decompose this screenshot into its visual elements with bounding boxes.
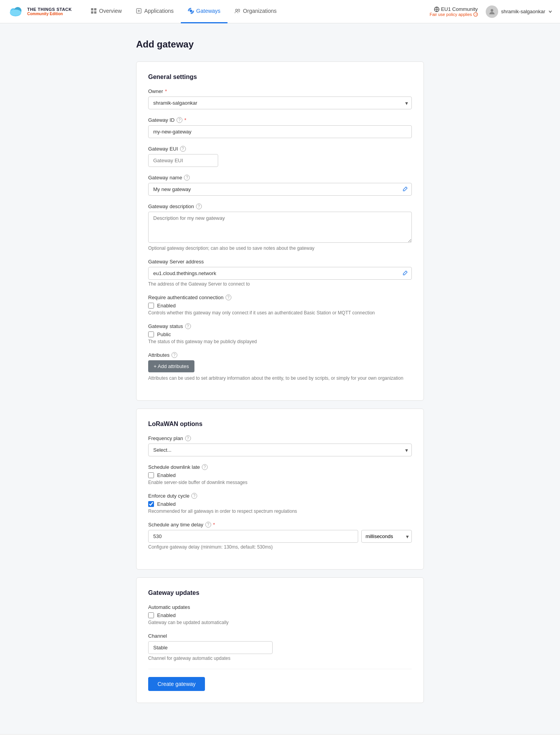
create-gateway-button[interactable]: Create gateway (148, 677, 205, 691)
svg-point-9 (190, 10, 192, 12)
avatar (486, 5, 498, 18)
brand-icon (8, 4, 23, 19)
attributes-info-icon[interactable]: ? (172, 352, 177, 358)
gateway-eui-info-icon[interactable]: ? (180, 146, 186, 152)
nav-applications-label: Applications (144, 8, 174, 14)
gateway-id-info-icon[interactable]: ? (177, 117, 182, 123)
nav-overview-label: Overview (99, 8, 122, 14)
gateway-description-info-icon[interactable]: ? (196, 203, 202, 209)
user-icon (488, 8, 496, 16)
owner-label: Owner * (148, 88, 412, 94)
nav-organizations-label: Organizations (243, 8, 276, 14)
schedule-delay-input[interactable] (148, 530, 358, 543)
gateway-eui-input[interactable] (148, 154, 218, 167)
svg-point-10 (235, 9, 237, 11)
schedule-delay-unit-select[interactable]: milliseconds seconds (361, 530, 412, 543)
svg-point-11 (238, 9, 240, 11)
general-settings-title: General settings (148, 74, 412, 81)
owner-required: * (165, 88, 167, 94)
schedule-downlink-field: Schedule downlink late ? Enabled Enable … (148, 464, 412, 485)
schedule-delay-info-icon[interactable]: ? (205, 522, 211, 528)
username: shramik-salgaonkar (501, 9, 545, 14)
gateway-name-wrapper (148, 183, 412, 196)
frequency-plan-info-icon[interactable]: ? (185, 435, 191, 441)
organizations-icon (234, 8, 241, 14)
automatic-updates-hint: Gateway can be updated automatically (148, 620, 412, 625)
add-attributes-button[interactable]: + Add attributes (148, 360, 194, 372)
enforce-duty-cycle-checkbox-label: Enabled (157, 501, 176, 507)
fair-use-label[interactable]: Fair use policy applies ? (430, 12, 478, 17)
attributes-hint: Attributes can be used to set arbitrary … (148, 375, 412, 381)
automatic-updates-checkbox[interactable] (148, 612, 154, 618)
nav-right: EU1 Community Fair use policy applies ? … (430, 5, 552, 18)
gateway-name-info-icon[interactable]: ? (184, 175, 190, 181)
gateway-name-label: Gateway name ? (148, 175, 412, 181)
automatic-updates-checkbox-label: Enabled (157, 612, 176, 618)
channel-input[interactable] (148, 641, 273, 654)
server-address-field: Gateway Server address The address of th… (148, 259, 412, 287)
attributes-field: Attributes ? + Add attributes Attributes… (148, 352, 412, 381)
enforce-duty-cycle-hint: Recommended for all gateways in order to… (148, 509, 412, 514)
frequency-plan-field: Frequency plan ? Select... ▾ (148, 435, 412, 456)
gateway-status-hint: The status of this gateway may be public… (148, 339, 412, 344)
lorawan-title: LoRaWAN options (148, 421, 412, 428)
gateway-name-edit-icon[interactable] (402, 186, 408, 193)
gateway-description-input[interactable] (148, 212, 412, 243)
applications-icon (136, 8, 142, 14)
nav-gateways[interactable]: Gateways (181, 0, 228, 23)
gateway-updates-title: Gateway updates (148, 589, 412, 596)
schedule-downlink-hint: Enable server-side buffer of downlink me… (148, 480, 412, 485)
automatic-updates-field: Automatic updates Enabled Gateway can be… (148, 604, 412, 625)
schedule-downlink-checkbox[interactable] (148, 472, 154, 478)
nav-applications[interactable]: Applications (129, 0, 181, 23)
gateway-status-checkbox-label: Public (157, 331, 171, 337)
gateway-status-info-icon[interactable]: ? (185, 323, 191, 329)
gateway-eui-field: Gateway EUI ? (148, 146, 412, 167)
chevron-down-icon (548, 10, 552, 14)
gateway-status-label: Gateway status ? (148, 323, 412, 329)
svg-rect-6 (91, 11, 93, 14)
server-address-hint: The address of the Gateway Server to con… (148, 281, 412, 287)
frequency-plan-label: Frequency plan ? (148, 435, 412, 441)
owner-field: Owner * shramik-salgaonkar ▾ (148, 88, 412, 109)
svg-rect-4 (91, 8, 93, 11)
schedule-downlink-info-icon[interactable]: ? (202, 464, 208, 470)
authenticated-connection-checkbox[interactable] (148, 303, 154, 309)
svg-rect-5 (94, 8, 96, 11)
nav-organizations[interactable]: Organizations (228, 0, 284, 23)
authenticated-connection-field: Require authenticated connection ? Enabl… (148, 295, 412, 316)
gateway-description-label: Gateway description ? (148, 203, 412, 209)
nav-overview[interactable]: Overview (84, 0, 129, 23)
automatic-updates-checkbox-row: Enabled (148, 612, 412, 618)
frequency-plan-select-wrapper: Select... ▾ (148, 444, 412, 456)
svg-text:?: ? (475, 13, 477, 16)
authenticated-connection-checkbox-row: Enabled (148, 303, 412, 309)
brand-logo: THE THINGS STACK Community Edition (27, 7, 72, 16)
nav-user[interactable]: shramik-salgaonkar (486, 5, 552, 18)
gateway-status-checkbox[interactable] (148, 331, 154, 337)
frequency-plan-select[interactable]: Select... (148, 444, 412, 456)
brand-edition: Community Edition (27, 12, 72, 16)
nav-community: EU1 Community Fair use policy applies ? (430, 6, 478, 17)
server-address-label: Gateway Server address (148, 259, 412, 265)
owner-select-wrapper: shramik-salgaonkar ▾ (148, 96, 412, 109)
schedule-downlink-checkbox-label: Enabled (157, 472, 176, 478)
gateway-eui-label: Gateway EUI ? (148, 146, 412, 152)
gateway-id-input[interactable] (148, 125, 412, 138)
nav-items: Overview Applications Gateways Organizat… (84, 0, 284, 23)
server-address-edit-icon[interactable] (402, 270, 408, 277)
authenticated-connection-hint: Controls whether this gateway may only c… (148, 310, 412, 316)
server-address-input[interactable] (148, 267, 412, 280)
enforce-duty-cycle-info-icon[interactable]: ? (191, 493, 197, 499)
enforce-duty-cycle-checkbox[interactable] (148, 501, 154, 507)
owner-select[interactable]: shramik-salgaonkar (148, 96, 412, 109)
svg-rect-7 (94, 11, 96, 14)
gateway-name-input[interactable] (148, 183, 412, 196)
authenticated-connection-info-icon[interactable]: ? (226, 295, 231, 300)
main-content: Add gateway General settings Owner * shr… (128, 23, 432, 734)
schedule-delay-required: * (213, 522, 215, 528)
gateway-id-required: * (184, 117, 186, 123)
info-icon-small: ? (473, 12, 478, 17)
schedule-downlink-checkbox-row: Enabled (148, 472, 412, 478)
lorawan-section: LoRaWAN options Frequency plan ? Select.… (136, 409, 424, 570)
